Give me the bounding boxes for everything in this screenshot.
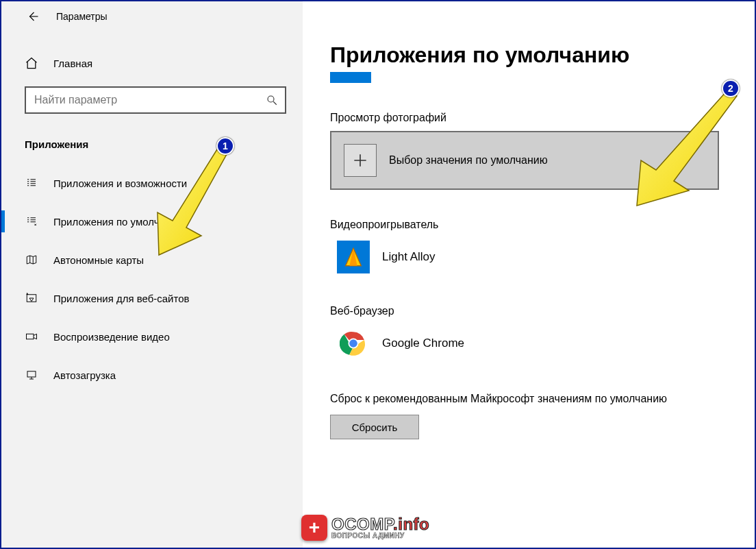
titlebar: Параметры [1, 1, 303, 32]
search-box[interactable] [25, 86, 286, 114]
svg-marker-8 [637, 90, 737, 206]
browser-app-name: Google Chrome [382, 337, 464, 350]
svg-marker-7 [158, 144, 230, 255]
reset-button-label: Сбросить [352, 422, 398, 433]
page-title: Приложения по умолчанию [330, 42, 727, 68]
search-input[interactable] [33, 93, 266, 107]
nav-label: Приложения для веб-сайтов [53, 293, 190, 304]
startup-icon [25, 369, 38, 381]
annotation-badge-1: 1 [216, 137, 234, 155]
sidebar-item-video-playback[interactable]: Воспроизведение видео [1, 317, 303, 356]
svg-rect-3 [27, 371, 36, 377]
watermark-brand: OCOMP [331, 515, 393, 533]
accent-strip [330, 72, 371, 83]
watermark: + OCOMP.info ВОПРОСЫ АДМИНУ [301, 515, 429, 541]
reset-button[interactable]: Сбросить [330, 415, 419, 439]
svg-rect-2 [27, 334, 34, 339]
watermark-suffix: .info [393, 515, 429, 533]
browser-label: Веб-браузер [330, 305, 727, 317]
svg-point-0 [268, 96, 274, 102]
watermark-sub: ВОПРОСЫ АДМИНУ [331, 533, 429, 539]
annotation-badge-2: 2 [722, 80, 740, 97]
chrome-icon [337, 327, 370, 360]
sidebar-item-website-apps[interactable]: Приложения для веб-сайтов [1, 279, 303, 317]
list-icon [25, 177, 38, 189]
watermark-plus-icon: + [301, 515, 327, 541]
search-icon [266, 94, 278, 106]
reset-description: Сброс к рекомендованным Майкрософт значе… [330, 393, 686, 405]
website-icon [25, 292, 38, 304]
map-icon [25, 254, 38, 266]
sidebar: Параметры Главная Приложения [1, 1, 303, 548]
back-button[interactable] [21, 4, 45, 29]
video-player-label: Видеопроигрыватель [330, 219, 727, 231]
nav-label: Воспроизведение видео [53, 331, 170, 343]
annotation-arrow-1 [138, 138, 248, 262]
defaults-icon [25, 215, 38, 228]
sidebar-item-startup[interactable]: Автозагрузка [1, 356, 303, 394]
window-title: Параметры [56, 11, 108, 22]
sidebar-item-home[interactable]: Главная [1, 48, 303, 78]
choose-default-label: Выбор значения по умолчанию [389, 154, 548, 167]
video-player-app[interactable]: Light Alloy [330, 238, 727, 276]
nav-label: Автономные карты [53, 254, 144, 266]
annotation-arrow-2 [618, 84, 748, 214]
home-icon [25, 56, 38, 70]
light-alloy-icon [337, 241, 370, 273]
browser-app[interactable]: Google Chrome [330, 324, 727, 363]
video-icon [25, 330, 38, 343]
video-app-name: Light Alloy [382, 250, 436, 264]
plus-icon [344, 144, 377, 177]
svg-point-6 [349, 339, 357, 347]
nav-label: Автозагрузка [53, 369, 116, 381]
home-label: Главная [53, 58, 92, 69]
